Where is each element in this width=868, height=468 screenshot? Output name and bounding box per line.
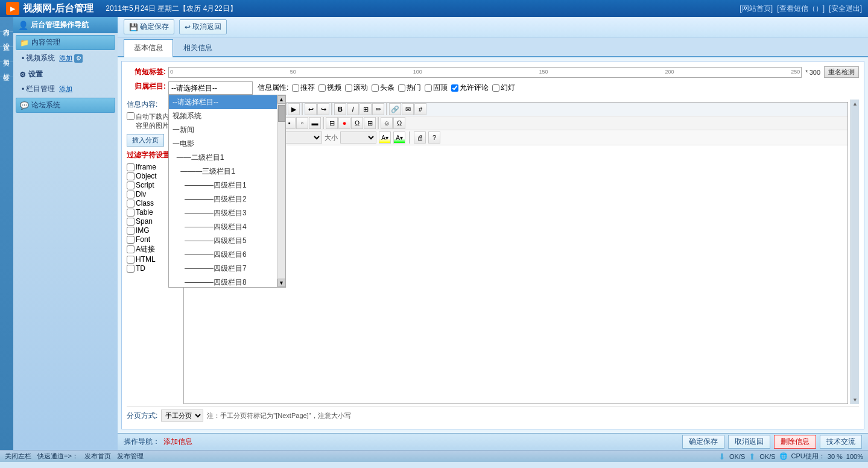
editor-btn-email[interactable]: ✉ [402, 103, 414, 115]
sidebar-forum-box[interactable]: 💬 论坛系统 [16, 98, 115, 113]
checkbox-sticky-input[interactable] [425, 84, 432, 92]
checkbox-slideshow-input[interactable] [492, 84, 499, 92]
checkbox-recommend-input[interactable] [292, 84, 299, 92]
filter-span-input[interactable] [127, 218, 135, 226]
bottom-delete-button[interactable]: 删除信息 [774, 435, 816, 449]
duplicate-check-button[interactable]: 重名检测 [824, 66, 859, 78]
editor-btn-special2[interactable]: ⊞ [364, 117, 376, 129]
auto-download-checkbox[interactable] [127, 112, 135, 120]
editor-btn-media[interactable]: ▶ [288, 103, 300, 115]
scroll-up-arrow[interactable]: ▲ [277, 95, 286, 104]
tab-basic-info[interactable]: 基本信息 [124, 39, 173, 57]
sidebar-video-system[interactable]: • 视频系统 添加 ⚙ [13, 52, 118, 65]
editor-btn-red[interactable]: ● [338, 117, 350, 129]
nav-publish-home[interactable]: 发布首页 [84, 452, 111, 461]
checkbox-scroll[interactable]: 滚动 [345, 83, 368, 93]
logout-link[interactable]: [安全退出] [829, 4, 862, 13]
filter-iframe-input[interactable] [127, 163, 135, 171]
format-size-select[interactable] [340, 131, 376, 144]
editor-btn-emoji[interactable]: ☺ [381, 117, 393, 129]
category-dropdown[interactable]: --请选择栏目-- 视频系统 一新闻 一电影 ——二级栏目1 ———三级栏目1 … [168, 95, 286, 288]
dd-item-l4-7[interactable]: ————四级栏目7 [169, 262, 285, 276]
bottom-save-button[interactable]: 确定保存 [682, 435, 724, 449]
cancel-button[interactable]: ↩ 取消返回 [179, 19, 227, 34]
editor-btn-eraser[interactable]: ✏ [372, 103, 384, 115]
close-sidebar-btn[interactable]: 关闭左栏 [5, 452, 31, 461]
dd-item-l4-1[interactable]: ————四级栏目1 [169, 179, 285, 192]
editor-btn-bold[interactable]: B [334, 103, 346, 115]
pagination-select[interactable]: 手工分页 [161, 410, 203, 422]
filter-td-input[interactable] [127, 265, 135, 273]
editor-btn-italic[interactable]: I [347, 103, 359, 115]
checkbox-scroll-input[interactable] [345, 84, 352, 92]
editor-btn-undo[interactable]: ↩ [305, 103, 317, 115]
category-select[interactable]: --请选择栏目-- [168, 81, 253, 95]
column-mgmt-add[interactable]: 添加 [59, 84, 72, 93]
editor-btn-align-justify[interactable]: ▬ [309, 117, 321, 129]
filter-font-input[interactable] [127, 236, 135, 244]
nav-publish-mgmt[interactable]: 发布管理 [117, 452, 144, 461]
dd-item-l4-8[interactable]: ————四级栏目8 [169, 276, 285, 288]
left-tab-tags[interactable]: 标签 [0, 62, 13, 77]
home-link[interactable]: [网站首页] [740, 4, 773, 13]
dd-item-movie[interactable]: 一电影 [169, 137, 285, 151]
checkbox-slideshow[interactable]: 幻灯 [492, 83, 515, 93]
checkbox-comments-input[interactable] [451, 84, 458, 92]
dd-item-l4-6[interactable]: ————四级栏目6 [169, 248, 285, 262]
dd-item-default[interactable]: --请选择栏目-- [169, 95, 285, 109]
dd-item-l3-1[interactable]: ———三级栏目1 [169, 165, 285, 179]
editor-btn-link[interactable]: 🔗 [389, 103, 401, 115]
scroll-down-arrow[interactable]: ▼ [277, 279, 286, 287]
column-mgmt[interactable]: • 栏目管理 添加 [13, 83, 118, 95]
sms-link[interactable]: [查看短信（）] [777, 4, 825, 13]
scroll-thumb[interactable] [278, 105, 285, 122]
checkbox-hot-input[interactable] [398, 84, 405, 92]
checkbox-recommend[interactable]: 推荐 [292, 83, 315, 93]
filter-img-input[interactable] [127, 227, 135, 235]
filter-alink-input[interactable] [127, 245, 135, 253]
editor-btn-table2[interactable]: ⊟ [326, 117, 338, 129]
filter-object-input[interactable] [127, 172, 135, 180]
editor-btn-special1[interactable]: Ω [351, 117, 363, 129]
bottom-cancel-button[interactable]: 取消返回 [728, 435, 770, 449]
editor-btn-table[interactable]: ⊞ [360, 103, 372, 115]
scroll-down[interactable]: ▼ [851, 396, 859, 404]
scroll-up[interactable]: ▲ [851, 100, 859, 108]
dd-item-video[interactable]: 视频系统 [169, 109, 285, 123]
video-system-settings-icon[interactable]: ⚙ [74, 54, 83, 63]
editor-btn-omega[interactable]: Ω [393, 117, 405, 129]
dd-item-l4-5[interactable]: ————四级栏目5 [169, 234, 285, 248]
filter-class-input[interactable] [127, 200, 135, 207]
checkbox-sticky[interactable]: 固顶 [425, 83, 448, 93]
font-color-btn[interactable]: A▾ [379, 131, 391, 144]
left-tab-content[interactable]: 内容 [0, 17, 13, 32]
insert-page-button[interactable]: 插入分页 [127, 134, 164, 147]
dd-item-news[interactable]: 一新闻 [169, 123, 285, 137]
tab-related-info[interactable]: 相关信息 [173, 39, 223, 56]
help-btn[interactable]: ? [428, 131, 440, 144]
checkbox-headline-input[interactable] [372, 84, 379, 92]
editor-btn-align-right[interactable]: ▫ [296, 117, 308, 129]
bg-color-btn[interactable]: A▾ [393, 131, 405, 144]
checkbox-video[interactable]: 视频 [318, 83, 341, 93]
video-system-add[interactable]: 添加 [59, 54, 72, 63]
filter-div-input[interactable] [127, 191, 135, 198]
dd-item-l4-3[interactable]: ————四级栏目3 [169, 206, 285, 220]
dd-item-l2-1[interactable]: ——二级栏目1 [169, 151, 285, 165]
bottom-tech-button[interactable]: 技术交流 [820, 435, 862, 449]
sidebar-content-mgmt[interactable]: 📁 内容管理 [16, 35, 115, 50]
editor-btn-anchor[interactable]: # [414, 103, 426, 115]
editor-btn-redo[interactable]: ↪ [317, 103, 329, 115]
filter-script-input[interactable] [127, 182, 135, 189]
checkbox-hot[interactable]: 热门 [398, 83, 421, 93]
left-tab-related[interactable]: 相关 [0, 47, 13, 62]
dd-item-l4-4[interactable]: ————四级栏目4 [169, 220, 285, 234]
checkbox-headline[interactable]: 头条 [372, 83, 394, 93]
filter-html-input[interactable] [127, 256, 135, 264]
checkbox-comments[interactable]: 允许评论 [451, 83, 489, 93]
dd-item-l4-2[interactable]: ————四级栏目2 [169, 192, 285, 206]
checkbox-video-input[interactable] [318, 84, 326, 92]
print-btn[interactable]: 🖨 [414, 131, 426, 144]
left-tab-settings[interactable]: 设置 [0, 32, 13, 47]
filter-table-input[interactable] [127, 209, 135, 217]
